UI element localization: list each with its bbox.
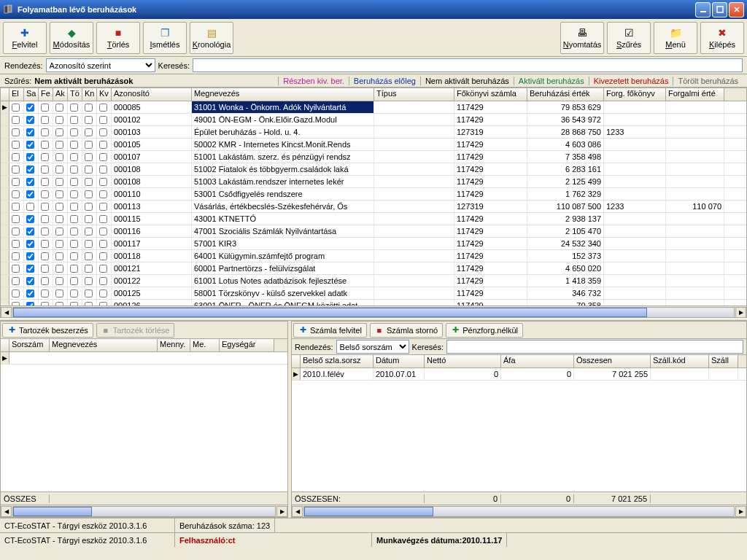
row-checkbox[interactable] [70,302,78,306]
row-checkbox[interactable] [70,252,78,260]
row-checkbox[interactable] [70,190,78,198]
row-checkbox[interactable] [85,240,93,248]
row-checkbox[interactable] [26,203,34,211]
row-checkbox[interactable] [85,178,93,186]
col-kn[interactable]: Kn [82,88,97,101]
checkbox-cell[interactable] [9,126,24,138]
checkbox-cell[interactable] [97,262,112,274]
grid-hscroll[interactable]: ◀ ▶ [1,306,746,318]
row-checkbox[interactable] [41,289,49,298]
checkbox-cell[interactable] [82,213,97,225]
col-fokonyvi[interactable]: Főkönyvi számla [454,88,527,101]
row-checkbox[interactable] [26,289,34,298]
filter-tag-notactivated[interactable]: Nem aktivált beruházás [420,77,514,85]
row-checkbox[interactable] [26,190,34,198]
checkbox-cell[interactable] [97,151,112,163]
checkbox-cell[interactable] [68,188,82,200]
checkbox-cell[interactable] [68,126,82,138]
filter-tag-deleted[interactable]: Törölt beruházás [673,77,743,85]
row-checkbox[interactable] [41,190,49,198]
checkbox-cell[interactable] [82,139,97,150]
checkbox-cell[interactable] [53,101,68,113]
checkbox-cell[interactable] [53,201,68,212]
row-checkbox[interactable] [26,128,34,136]
checkbox-cell[interactable] [53,139,68,150]
col-szall[interactable]: Száll [709,355,738,368]
row-checkbox[interactable] [99,228,107,236]
row-checkbox[interactable] [99,252,107,260]
row-checkbox[interactable] [26,252,34,260]
checkbox-cell[interactable] [39,213,53,225]
row-checkbox[interactable] [41,228,49,236]
row-checkbox[interactable] [99,289,107,298]
row-checkbox[interactable] [85,252,93,260]
row-checkbox[interactable] [55,178,63,186]
row-checkbox[interactable] [55,203,63,211]
col-el[interactable]: El [9,88,24,101]
row-checkbox[interactable] [41,302,49,306]
checkbox-cell[interactable] [39,188,53,200]
row-checkbox[interactable] [85,277,93,285]
checkbox-cell[interactable] [68,300,82,306]
row-checkbox[interactable] [99,178,107,186]
row-checkbox[interactable] [99,166,107,174]
table-row[interactable]: 00011543001 KTNETTÓ1174292 938 137 [1,213,746,225]
table-row[interactable]: 00010751001 Lakástám. szerz. és pénzügyi… [1,151,746,163]
row-checkbox[interactable] [41,166,49,174]
exit-button[interactable]: ✖Kilépés [700,22,744,54]
scroll-right-icon[interactable]: ▶ [735,307,746,318]
edit-button[interactable]: ◆Módosítás [50,22,93,54]
cancel-invoice-button[interactable]: ■Számla stornó [370,323,443,338]
table-row[interactable]: 00011053001 Csődfigyelés rendszere117429… [1,188,746,201]
row-checkbox[interactable] [85,116,93,124]
checkbox-cell[interactable] [82,250,97,262]
col-me[interactable]: Me. [190,339,220,351]
checkbox-cell[interactable] [53,114,68,125]
row-checkbox[interactable] [26,166,34,174]
checkbox-cell[interactable] [82,114,97,125]
checkbox-cell[interactable] [97,188,112,200]
table-row[interactable]: 00012261001 Lotus Notes adatbázisok fejl… [1,275,746,287]
checkbox-cell[interactable] [9,275,24,287]
table-row[interactable]: 00012160001 Partnertörzs - felülvizsgála… [1,262,746,275]
row-checkbox[interactable] [70,128,78,136]
row-checkbox[interactable] [70,166,78,174]
checkbox-cell[interactable] [97,126,112,138]
checkbox-cell[interactable] [53,151,68,163]
checkbox-cell[interactable] [97,163,112,175]
grid-body[interactable]: ▶00008531001 Wonka - Önkorm. Adók Nyilvá… [1,101,746,306]
delete-button[interactable]: ■Törlés [96,22,140,54]
row-checkbox[interactable] [41,104,49,112]
chronology-button[interactable]: ▤Kronológia [190,22,233,54]
table-row[interactable]: 00012663001 ÖNFR - ÖNFR és ÖNEGM közötti… [1,300,746,306]
checkbox-cell[interactable] [9,188,24,200]
row-checkbox[interactable] [55,302,63,306]
checkbox-cell[interactable] [82,176,97,187]
checkbox-cell[interactable] [82,225,97,237]
row-checkbox[interactable] [70,240,78,248]
col-to[interactable]: Tö [68,88,82,101]
row-checkbox[interactable] [85,104,93,112]
sort-select[interactable]: Azonosító szerint [46,58,155,72]
print-button[interactable]: 🖶Nyomtatás [560,22,604,54]
row-checkbox[interactable] [99,153,107,161]
col-menny[interactable]: Menny. [158,339,190,351]
checkbox-cell[interactable] [24,101,39,113]
col-netto[interactable]: Nettó [425,355,501,368]
col-tipus[interactable]: Típus [374,88,454,101]
row-checkbox[interactable] [12,166,20,174]
checkbox-cell[interactable] [68,139,82,150]
row-checkbox[interactable] [26,277,34,285]
checkbox-cell[interactable] [68,176,82,187]
row-checkbox[interactable] [41,178,49,186]
row-checkbox[interactable] [12,128,20,136]
row-checkbox[interactable] [41,116,49,124]
table-row[interactable]: 00011647001 Szociális Számlák Nyilvántar… [1,225,746,238]
col-afa[interactable]: Áfa [501,355,574,368]
scroll-left-icon[interactable]: ◀ [1,307,12,318]
checkbox-cell[interactable] [82,287,97,299]
col-belso[interactable]: Belső szla.sorsz [301,355,374,368]
table-row[interactable]: 000103Épület beruházás - Hold. u. 4.1273… [1,126,746,139]
checkbox-cell[interactable] [39,114,53,125]
table-row[interactable]: ▶ 2010.I.félév 2010.07.01 0 0 7 021 255 [292,368,746,381]
